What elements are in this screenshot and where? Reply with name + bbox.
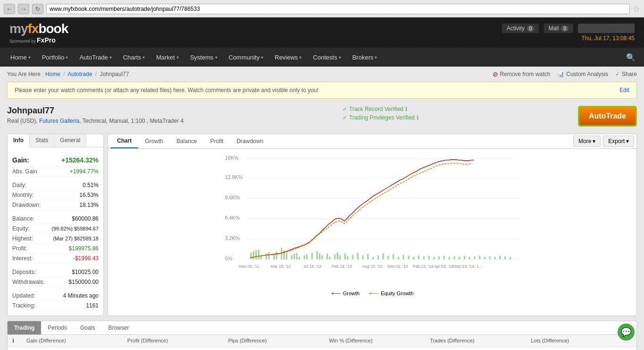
custom-analysis-button[interactable]: 📊 Custom Analysis — [557, 71, 608, 77]
info-icon[interactable]: ℹ — [417, 114, 419, 121]
svg-rect-31 — [317, 251, 318, 259]
svg-rect-47 — [383, 253, 384, 259]
activity-link[interactable]: Activity 0 — [502, 24, 539, 33]
nav-item-autotrade[interactable]: AutoTrade ▾ — [74, 48, 117, 67]
svg-rect-43 — [362, 255, 363, 259]
svg-rect-17 — [266, 253, 267, 259]
svg-rect-52 — [408, 256, 409, 259]
equity-color-swatch: ⟵ — [369, 290, 378, 297]
gain-label: Gain: — [12, 154, 29, 165]
tab-goals[interactable]: Goals — [74, 321, 101, 334]
autotrade-button[interactable]: AutoTrade — [578, 106, 637, 127]
svg-text:0%: 0% — [225, 256, 233, 261]
updated-label: Updated: — [12, 292, 35, 299]
svg-rect-23 — [286, 253, 287, 259]
monthly-label: Monthly: — [12, 192, 33, 198]
svg-text:16K%: 16K% — [225, 155, 239, 161]
activity-label: Activity — [507, 25, 525, 32]
col-profit: Profit (Difference) — [127, 338, 228, 344]
tab-info[interactable]: Info — [8, 134, 30, 147]
share-icon: ✓ — [615, 71, 620, 77]
edit-link[interactable]: Edit — [619, 87, 629, 94]
more-button[interactable]: More ▾ — [573, 136, 601, 147]
interest-label: Interest: — [12, 255, 33, 262]
svg-rect-55 — [423, 256, 425, 259]
breadcrumb-section-link[interactable]: Autotrade — [67, 71, 92, 77]
svg-text:Feb 13, '14: Feb 13, '14 — [413, 264, 433, 269]
address-bar[interactable] — [46, 4, 630, 14]
col-info[interactable]: ℹ — [12, 338, 26, 344]
search-icon[interactable]: 🔍 — [622, 51, 639, 64]
nav-item-systems[interactable]: Systems ▾ — [184, 48, 223, 67]
chart-legend: ⟵ Growth ⟵ Equity Growth — [113, 287, 632, 297]
chevron-down-icon: ▾ — [339, 55, 341, 60]
forward-button[interactable]: → — [18, 4, 29, 14]
tab-trading[interactable]: Trading — [8, 321, 41, 334]
daily-label: Daily: — [12, 182, 26, 188]
tab-periods[interactable]: Periods — [41, 321, 74, 334]
mail-label: Mail — [548, 25, 559, 32]
tab-browser[interactable]: Browser — [101, 321, 135, 334]
info-icon[interactable]: ℹ — [405, 106, 408, 112]
tab-stats[interactable]: Stats — [30, 134, 54, 147]
svg-rect-69 — [494, 257, 495, 259]
drawdown-value: 18.13% — [79, 202, 99, 208]
growth-chart: 16K% 12.8K% 9.6K% 6.4K% 3.2K% 0% — [113, 154, 632, 286]
tab-chart[interactable]: Chart — [110, 134, 138, 148]
daily-value: 0.51% — [83, 182, 99, 188]
monthly-value: 16.53% — [79, 192, 99, 198]
svg-text:Feb 18, '13: Feb 18, '13 — [332, 264, 352, 269]
abs-gain-label: Abs. Gain — [12, 168, 37, 175]
svg-rect-35 — [329, 257, 330, 259]
svg-rect-26 — [296, 253, 297, 259]
table-header: ℹ Gain (Difference) Profit (Difference) … — [8, 335, 636, 347]
svg-rect-66 — [479, 256, 480, 259]
futures-galleria-link[interactable]: Futures Galleria — [39, 118, 79, 124]
tab-general[interactable]: General — [54, 134, 86, 147]
nav-item-brokers[interactable]: Brokers ▾ — [347, 48, 383, 67]
svg-rect-40 — [347, 256, 348, 259]
col-trades: Trades (Difference) — [430, 338, 531, 344]
bookmark-icon[interactable]: ☆ — [633, 4, 640, 14]
breadcrumb: You Are Here : Home / Autotrade / Johnpa… — [7, 71, 129, 77]
panel-tabs: Info Stats General — [8, 134, 103, 147]
svg-text:Aug 13, '13: Aug 13, '13 — [362, 264, 383, 269]
nav-item-charts[interactable]: Charts ▾ — [117, 48, 151, 67]
share-button[interactable]: ✓ Share — [615, 71, 637, 77]
svg-rect-56 — [428, 256, 429, 259]
mail-link[interactable]: Mail 0 — [544, 24, 573, 33]
back-button[interactable]: ← — [4, 4, 15, 14]
svg-rect-28 — [304, 255, 305, 259]
tab-profit[interactable]: Profit — [203, 135, 230, 148]
nav-item-portfolio[interactable]: Portfolio ▾ — [36, 48, 74, 67]
drawdown-label: Drawdown: — [12, 202, 41, 208]
breadcrumb-home-link[interactable]: Home — [45, 71, 60, 77]
tab-balance[interactable]: Balance — [170, 135, 203, 148]
nav-item-home[interactable]: Home ▾ — [5, 48, 36, 67]
remove-watch-button[interactable]: ⊘ Remove from watch — [493, 70, 551, 78]
user-area[interactable] — [578, 24, 635, 33]
col-gain: Gain (Difference) — [26, 338, 127, 344]
refresh-button[interactable]: ↻ — [32, 4, 43, 14]
chat-widget[interactable]: 💬 — [618, 324, 635, 341]
trading-privileges-verified: ✓ Trading Privileges Verified ℹ — [343, 114, 419, 121]
mail-badge: 0 — [561, 26, 569, 32]
tab-growth[interactable]: Growth — [138, 135, 170, 148]
svg-text:9.6K%: 9.6K% — [225, 195, 240, 200]
nav-item-market[interactable]: Market ▾ — [151, 48, 184, 67]
nav-item-contests[interactable]: Contests ▾ — [307, 48, 346, 67]
svg-rect-22 — [284, 250, 285, 259]
tab-drawdown[interactable]: Drawdown — [230, 135, 270, 148]
nav-item-community[interactable]: Community ▾ — [223, 48, 269, 67]
export-button[interactable]: Export ▾ — [603, 136, 634, 147]
svg-rect-14 — [255, 250, 257, 259]
svg-rect-12 — [251, 253, 252, 259]
site-logo: myfxbook — [9, 21, 68, 36]
chevron-down-icon: ▾ — [142, 55, 145, 60]
profile-name: Johnpaul77 — [7, 106, 184, 116]
svg-rect-25 — [293, 254, 295, 259]
tracking-label: Tracking: — [12, 302, 35, 309]
svg-rect-54 — [418, 255, 419, 259]
nav-item-reviews[interactable]: Reviews ▾ — [269, 48, 307, 67]
svg-rect-71 — [504, 256, 506, 259]
